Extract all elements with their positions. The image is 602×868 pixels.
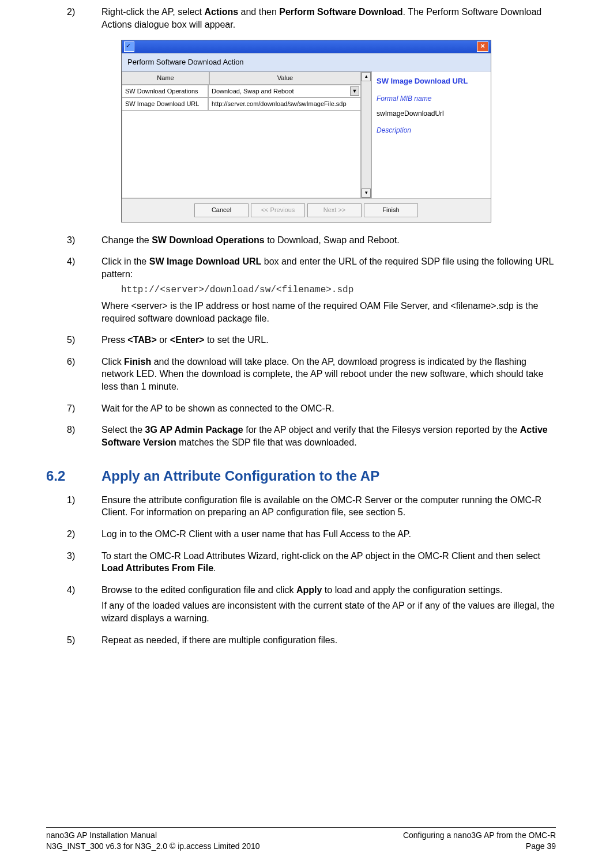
- cell-value-input[interactable]: http://server.com/download/sw/swImageFil…: [208, 97, 361, 111]
- grid-header: Name Value: [122, 71, 361, 85]
- step-body: Ensure the attribute configuration file …: [101, 494, 556, 522]
- bold: Finish: [124, 357, 151, 367]
- app-icon: [124, 41, 134, 52]
- close-icon[interactable]: ×: [477, 41, 488, 52]
- previous-button: << Previous: [251, 203, 305, 217]
- help-heading: SW Image Download URL: [377, 76, 486, 86]
- grid-header-name: Name: [122, 71, 209, 85]
- dialog-titlebar: ×: [122, 40, 491, 53]
- step-body: Click Finish and the download will take …: [101, 356, 556, 397]
- text: To start the OMC-R Load Attributes Wizar…: [101, 551, 540, 561]
- step-6-2-2: 2) Log in to the OMC-R Client with a use…: [46, 528, 556, 544]
- bold: <Enter>: [170, 335, 205, 345]
- cancel-button[interactable]: Cancel: [194, 203, 249, 217]
- text: Click in the: [101, 256, 149, 266]
- step-6: 6) Click Finish and the download will ta…: [46, 356, 556, 397]
- scroll-up-icon[interactable]: ▴: [362, 72, 371, 81]
- text: matches the SDP file that was downloaded…: [176, 437, 357, 447]
- step-body: Click in the SW Image Download URL box a…: [101, 255, 556, 328]
- help-description-label: Description: [377, 126, 486, 135]
- step-6-2-3: 3) To start the OMC-R Load Attributes Wi…: [46, 550, 556, 578]
- step-num: 5): [46, 634, 101, 650]
- bold: Perform Software Download: [279, 7, 402, 17]
- step-num: 2): [46, 6, 101, 34]
- bold: 3G AP Admin Package: [145, 425, 243, 435]
- bold: <TAB>: [127, 335, 156, 345]
- text: Repeat as needed, if there are multiple …: [101, 634, 556, 647]
- text: Right-click the AP, select: [101, 7, 204, 17]
- scroll-down-icon[interactable]: ▾: [362, 188, 371, 198]
- step-4: 4) Click in the SW Image Download URL bo…: [46, 255, 556, 328]
- scrollbar-vertical[interactable]: ▴ ▾: [361, 71, 371, 198]
- step-6-2-4: 4) Browse to the edited configuration fi…: [46, 584, 556, 628]
- text: If any of the loaded values are inconsis…: [101, 599, 556, 624]
- grid-body: SW Download Operations Download, Swap an…: [122, 85, 361, 111]
- step-body: Right-click the AP, select Actions and t…: [101, 6, 556, 34]
- code-block: http://<server>/download/sw/<filename>.s…: [101, 284, 556, 297]
- step-7: 7) Wait for the AP to be shown as connec…: [46, 402, 556, 418]
- text: for the AP object and verify that the Fi…: [243, 425, 520, 435]
- text: and then: [238, 7, 279, 17]
- text: or: [157, 335, 170, 345]
- bold: Apply: [296, 585, 322, 595]
- step-2: 2) Right-click the AP, select Actions an…: [46, 6, 556, 34]
- text: Change the: [101, 235, 152, 245]
- dialog-perform-sw-download: × Perform Software Download Action Name …: [121, 40, 491, 222]
- step-num: 1): [46, 494, 101, 522]
- step-body: Wait for the AP to be shown as connected…: [101, 402, 556, 418]
- text: Click: [101, 357, 124, 367]
- cell-name: SW Image Download URL: [122, 97, 208, 111]
- step-num: 3): [46, 550, 101, 578]
- step-body: Repeat as needed, if there are multiple …: [101, 634, 556, 650]
- step-6-2-1: 1) Ensure the attribute configuration fi…: [46, 494, 556, 522]
- step-body: Select the 3G AP Admin Package for the A…: [101, 424, 556, 452]
- chevron-down-icon[interactable]: ▼: [350, 86, 359, 96]
- page-footer: nano3G AP Installation Manual N3G_INST_3…: [46, 827, 556, 852]
- step-6-2-5: 5) Repeat as needed, if there are multip…: [46, 634, 556, 650]
- text: to set the URL.: [204, 335, 268, 345]
- footer-left: nano3G AP Installation Manual N3G_INST_3…: [46, 830, 260, 852]
- footer-page: Page 39: [526, 841, 556, 851]
- dialog-grid: Name Value SW Download Operations Downlo…: [122, 71, 361, 198]
- text: Ensure the attribute configuration file …: [101, 494, 556, 519]
- text: Where <server> is the IP address or host…: [101, 300, 556, 324]
- step-body: Change the SW Download Operations to Dow…: [101, 234, 556, 250]
- grid-empty-area: [122, 111, 361, 198]
- help-mib-value: swImageDownloadUrl: [377, 109, 486, 118]
- cell-name: SW Download Operations: [122, 85, 208, 98]
- text: to Download, Swap and Reboot.: [265, 235, 400, 245]
- bold: Load Attributes From File: [101, 563, 213, 573]
- step-num: 6): [46, 356, 101, 397]
- dialog-button-row: Cancel << Previous Next >> Finish: [122, 198, 491, 222]
- step-8: 8) Select the 3G AP Admin Package for th…: [46, 424, 556, 452]
- section-number: 6.2: [46, 467, 101, 485]
- text: Wait for the AP to be shown as connected…: [101, 402, 556, 415]
- step-body: Log in to the OMC-R Client with a user n…: [101, 528, 556, 544]
- grid-row: SW Image Download URL http://server.com/…: [122, 97, 361, 111]
- section-heading-6-2: 6.2 Apply an Attribute Configuration to …: [46, 467, 556, 485]
- bold: SW Image Download URL: [149, 256, 262, 266]
- step-body: Browse to the edited configuration file …: [101, 584, 556, 628]
- dialog-body: Name Value SW Download Operations Downlo…: [122, 71, 491, 198]
- step-num: 4): [46, 584, 101, 628]
- grid-header-value: Value: [209, 71, 361, 85]
- finish-button[interactable]: Finish: [364, 203, 418, 217]
- cell-value-dropdown[interactable]: Download, Swap and Reboot ▼: [208, 85, 361, 98]
- dropdown-value: Download, Swap and Reboot: [212, 88, 294, 95]
- step-num: 5): [46, 334, 101, 350]
- bold: SW Download Operations: [152, 235, 265, 245]
- step-num: 3): [46, 234, 101, 250]
- footer-copyright: N3G_INST_300 v6.3 for N3G_2.0 © ip.acces…: [46, 841, 260, 851]
- text: .: [213, 563, 216, 573]
- step-body: Press <TAB> or <Enter> to set the URL.: [101, 334, 556, 350]
- step-3: 3) Change the SW Download Operations to …: [46, 234, 556, 250]
- step-num: 4): [46, 255, 101, 328]
- text: Log in to the OMC-R Client with a user n…: [101, 528, 556, 541]
- next-button: Next >>: [307, 203, 362, 217]
- footer-section: Configuring a nano3G AP from the OMC-R: [403, 831, 556, 840]
- text: Select the: [101, 425, 145, 435]
- bold: Actions: [204, 7, 238, 17]
- footer-right: Configuring a nano3G AP from the OMC-R P…: [403, 830, 556, 852]
- section-title: Apply an Attribute Configuration to the …: [101, 467, 379, 485]
- dialog-banner: Perform Software Download Action: [122, 53, 491, 71]
